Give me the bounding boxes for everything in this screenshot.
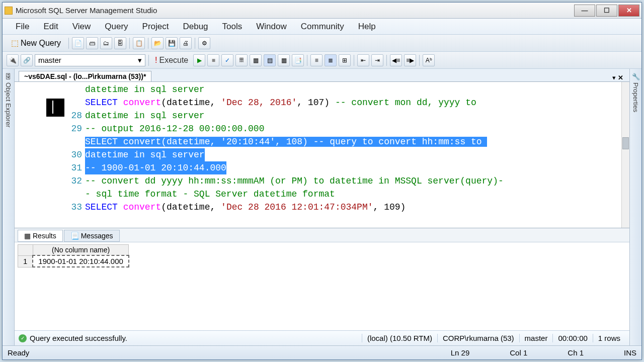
menu-view[interactable]: View bbox=[65, 20, 98, 34]
app-statusbar: Ready Ln 29 Col 1 Ch 1 INS bbox=[3, 345, 641, 359]
specify-values-icon[interactable]: Aᵇ bbox=[423, 54, 435, 66]
object-explorer-tab[interactable]: 🗄 Object Explorer bbox=[3, 69, 15, 345]
uncomment-icon[interactable]: ≣ bbox=[325, 54, 337, 66]
content-area: ~vs6DAE.sql - (lo...P\rkumarna (53))* ▾ … bbox=[15, 69, 629, 345]
table-row: 1 1900-01-01 20:10:44.000 bbox=[18, 255, 129, 267]
editor-scrollbar[interactable] bbox=[621, 82, 629, 228]
status-ready: Ready bbox=[8, 348, 29, 357]
menu-edit[interactable]: Edit bbox=[36, 20, 65, 34]
messages-icon: 📃 bbox=[70, 232, 79, 240]
result-cell[interactable]: 1900-01-01 20:10:44.000 bbox=[33, 255, 128, 267]
success-icon: ✓ bbox=[19, 334, 27, 342]
db-query-icon[interactable]: 🗃 bbox=[86, 37, 98, 49]
new-query-button[interactable]: ⬚ New Query bbox=[7, 37, 65, 49]
results-to-text-icon[interactable]: ▤ bbox=[264, 54, 276, 66]
new-query-icon: ⬚ bbox=[11, 38, 19, 48]
document-tab[interactable]: ~vs6DAE.sql - (lo...P\rkumarna (53))* bbox=[19, 71, 151, 81]
outdent-icon[interactable]: ◀≡ bbox=[390, 54, 402, 66]
stop-icon[interactable]: ■ bbox=[207, 54, 219, 66]
chevron-down-icon: ▾ bbox=[138, 56, 142, 65]
menu-debug[interactable]: Debug bbox=[176, 20, 215, 34]
new-file-icon[interactable]: 📄 bbox=[72, 37, 84, 49]
debug-icon[interactable]: ▶ bbox=[193, 54, 205, 66]
messages-tab[interactable]: 📃 Messages bbox=[64, 230, 120, 242]
window-title: Microsoft SQL Server Management Studio bbox=[16, 6, 574, 15]
menu-query[interactable]: Query bbox=[98, 20, 135, 34]
text-cursor-caret bbox=[52, 101, 53, 114]
status-server: (local) (10.50 RTM) bbox=[362, 334, 437, 342]
status-user: CORP\rkumarna (53) bbox=[437, 334, 519, 342]
status-time: 00:00:00 bbox=[552, 334, 592, 342]
status-db: master bbox=[519, 334, 553, 342]
results-pane: ▦ Results 📃 Messages (No column name) 1 … bbox=[15, 228, 629, 345]
status-rows: 1 rows bbox=[593, 334, 625, 342]
indent-icon[interactable]: ≡▶ bbox=[404, 54, 416, 66]
tab-menu-icon[interactable]: ▾ bbox=[612, 74, 616, 81]
toolbar-query: 🔌 🔗 master ▾ ! Execute ▶ ■ ✓ 𝄜 ▦ ▤ ▦ 📑 ≡… bbox=[3, 52, 641, 69]
menu-file[interactable]: File bbox=[9, 20, 36, 34]
sql-editor[interactable]: 2829 303132 33 datetime in sql serverSEL… bbox=[15, 82, 629, 228]
titlebar: Microsoft SQL Server Management Studio —… bbox=[3, 3, 641, 19]
grid-icon: ▦ bbox=[24, 232, 31, 240]
results-to-file-icon[interactable]: 📑 bbox=[292, 54, 304, 66]
query-options-icon[interactable]: ▦ bbox=[250, 54, 262, 66]
menubar: File Edit View Query Project Debug Tools… bbox=[3, 19, 641, 35]
column-header[interactable]: (No column name) bbox=[33, 245, 128, 256]
main-window: Microsoft SQL Server Management Studio —… bbox=[2, 2, 642, 360]
estimated-plan-icon[interactable]: 𝄜 bbox=[235, 54, 248, 66]
results-tab[interactable]: ▦ Results bbox=[18, 230, 63, 242]
query-statusbar: ✓ Query executed successfully. (local) (… bbox=[15, 330, 629, 345]
increase-indent-icon[interactable]: ⇥ bbox=[371, 54, 383, 66]
mdx-icon[interactable]: 🗄 bbox=[114, 37, 126, 49]
status-ch: Ch 1 bbox=[568, 348, 584, 357]
activity-icon[interactable]: ⚙ bbox=[198, 37, 210, 49]
print-icon[interactable]: 🖨 bbox=[180, 37, 192, 49]
comment-icon[interactable]: ≡ bbox=[310, 54, 323, 66]
properties-tab[interactable]: 🔧 Properties bbox=[629, 69, 641, 345]
menu-window[interactable]: Window bbox=[249, 20, 293, 34]
code-area[interactable]: datetime in sql serverSELECT convert(dat… bbox=[85, 82, 621, 228]
minimize-button[interactable]: — bbox=[574, 5, 595, 17]
main-area: 🗄 Object Explorer ~vs6DAE.sql - (lo...P\… bbox=[3, 69, 641, 345]
new-item-icon[interactable]: 📋 bbox=[133, 37, 145, 49]
parse-icon[interactable]: ✓ bbox=[221, 54, 233, 66]
results-to-grid-icon[interactable]: ▦ bbox=[278, 54, 290, 66]
menu-help[interactable]: Help bbox=[351, 20, 383, 34]
database-select[interactable]: master ▾ bbox=[35, 54, 145, 66]
connect-icon[interactable]: 🔌 bbox=[7, 54, 19, 66]
status-message: Query executed successfully. bbox=[30, 334, 127, 342]
execute-button[interactable]: ! Execute bbox=[152, 55, 191, 66]
menu-project[interactable]: Project bbox=[135, 20, 176, 34]
change-connection-icon[interactable]: 🔗 bbox=[21, 54, 33, 66]
menu-community[interactable]: Community bbox=[294, 20, 351, 34]
toolbar-main: ⬚ New Query 📄 🗃 🗂 🗄 📋 📂 💾 🖨 ⚙ bbox=[3, 35, 641, 52]
text-cursor-block bbox=[46, 99, 64, 117]
analysis-icon[interactable]: 🗂 bbox=[100, 37, 112, 49]
maximize-button[interactable]: ☐ bbox=[596, 5, 617, 17]
status-ins: INS bbox=[624, 348, 636, 357]
save-icon[interactable]: 💾 bbox=[166, 37, 178, 49]
app-icon bbox=[5, 7, 13, 15]
execute-warning-icon: ! bbox=[155, 56, 157, 65]
close-button[interactable]: ✕ bbox=[618, 5, 639, 17]
menu-tools[interactable]: Tools bbox=[215, 20, 250, 34]
decrease-indent-icon[interactable]: ⇤ bbox=[357, 54, 369, 66]
results-grid[interactable]: (No column name) 1 1900-01-01 20:10:44.0… bbox=[15, 242, 629, 330]
status-line: Ln 29 bbox=[451, 348, 470, 357]
tab-close-icon[interactable]: ✕ bbox=[618, 74, 623, 81]
open-icon[interactable]: 📂 bbox=[151, 37, 164, 49]
status-col: Col 1 bbox=[510, 348, 527, 357]
document-tabs: ~vs6DAE.sql - (lo...P\rkumarna (53))* ▾ … bbox=[15, 69, 629, 82]
actual-plan-icon[interactable]: ⊞ bbox=[339, 54, 351, 66]
